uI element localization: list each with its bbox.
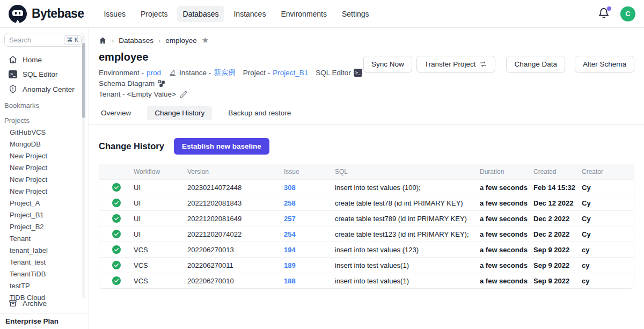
col-status — [99, 168, 134, 176]
sidebar-project-item[interactable]: New Project — [0, 150, 89, 162]
row-creator: cy — [582, 274, 634, 288]
sidebar-scrollbar[interactable] — [82, 35, 85, 298]
nav-item-databases[interactable]: Databases — [177, 6, 225, 22]
table-row[interactable]: VCS 202206270010 188 insert into test va… — [99, 273, 634, 288]
row-created: Sep 9 2022 — [533, 258, 582, 273]
home-breadcrumb-icon[interactable] — [99, 36, 107, 45]
environment-link[interactable]: prod — [147, 69, 161, 77]
sidebar: Search ⌘ K Home >_ SQL Editor Anomaly Ce… — [0, 28, 89, 329]
success-check-icon — [112, 230, 121, 238]
nav-item-issues[interactable]: Issues — [98, 6, 131, 22]
row-creator: cy — [582, 258, 634, 273]
table-row[interactable]: UI 20230214072448 308 insert into test v… — [99, 179, 634, 195]
transfer-project-button[interactable]: Transfer Project — [416, 56, 496, 72]
row-created: Sep 9 2022 — [533, 243, 582, 257]
nav-item-instances[interactable]: Instances — [228, 6, 272, 22]
alter-schema-button[interactable]: Alter Schema — [575, 56, 634, 72]
project-pair: Project - Project_B1 — [243, 69, 308, 77]
schema-diagram-icon — [157, 79, 165, 87]
change-data-button[interactable]: Change Data — [506, 56, 565, 72]
issue-link[interactable]: 189 — [284, 261, 296, 269]
nav-item-projects[interactable]: Projects — [135, 6, 174, 22]
sidebar-project-item[interactable]: Project_A — [0, 198, 89, 209]
sidebar-project-item[interactable]: TenantTiDB — [0, 268, 89, 280]
breadcrumb-employee[interactable]: employee — [165, 36, 197, 45]
brand-name: Bytebase — [32, 6, 84, 21]
section-title: Change History — [99, 141, 164, 151]
change-history-header: Change History Establish new baseline — [99, 138, 634, 155]
project-link[interactable]: Project_B1 — [273, 69, 308, 77]
success-check-icon — [112, 276, 121, 285]
row-workflow: UI — [134, 180, 187, 195]
sidebar-project-item[interactable]: Tenant — [0, 233, 89, 245]
row-creator: Cy — [582, 211, 634, 226]
row-created: Dec 2 2022 — [533, 227, 582, 242]
table-row[interactable]: UI 20221202074022 254 create table test1… — [99, 226, 634, 242]
tab-change-history[interactable]: Change History — [147, 106, 212, 120]
sidebar-item-archive[interactable]: Archive — [0, 296, 89, 311]
tab-backup-and-restore[interactable]: Backup and restore — [228, 106, 291, 120]
bookmarks-section-label: Bookmarks — [0, 97, 89, 112]
table-row[interactable]: VCS 202206270011 189 insert into test va… — [99, 257, 634, 273]
user-avatar[interactable]: C — [620, 6, 635, 21]
table-row[interactable]: UI 20221202081649 257 create table test7… — [99, 210, 634, 226]
col-issue: Issue — [284, 164, 335, 179]
instance-link[interactable]: 新实例 — [214, 68, 236, 77]
bookmark-star-icon[interactable]: ★ — [202, 35, 209, 45]
sidebar-project-item[interactable]: testTP — [0, 280, 89, 292]
instance-engine-icon — [169, 69, 177, 77]
col-creator: Creator — [582, 164, 634, 179]
sidebar-project-item[interactable]: MongoDB — [0, 138, 89, 150]
sidebar-item-anomaly-center[interactable]: Anomaly Center — [0, 82, 89, 97]
main-nav: Issues Projects Databases Instances Envi… — [98, 6, 375, 22]
plan-badge[interactable]: Enterprise Plan — [0, 313, 89, 329]
sidebar-project-item[interactable]: New Project — [0, 186, 89, 198]
bytebase-logo[interactable]: Bytebase — [9, 5, 84, 23]
issue-link[interactable]: 188 — [284, 277, 296, 285]
bytebase-logo-icon — [9, 5, 27, 23]
sidebar-project-item[interactable]: GitHubVCS — [0, 127, 89, 138]
tab-overview[interactable]: Overview — [101, 106, 131, 120]
row-creator: Cy — [582, 196, 634, 210]
schema-diagram-link[interactable]: Schema Diagram — [99, 79, 165, 87]
sidebar-project-item[interactable]: Tenant_test — [0, 257, 89, 268]
environment-label: Environment - — [99, 69, 144, 77]
notifications-bell-icon[interactable] — [598, 8, 611, 20]
sql-editor-link[interactable]: SQL Editor >_ — [316, 69, 362, 77]
table-header-row: Workflow Version Issue SQL Duration Crea… — [99, 164, 634, 179]
issue-link[interactable]: 308 — [284, 184, 296, 192]
establish-baseline-button[interactable]: Establish new baseline — [174, 138, 269, 155]
row-created: Dec 12 2022 — [533, 196, 582, 210]
nav-item-environments[interactable]: Environments — [275, 6, 333, 22]
sidebar-project-item[interactable]: New Project — [0, 174, 89, 186]
row-sql: insert into test values (100); — [335, 180, 480, 195]
sync-now-button[interactable]: Sync Now — [363, 56, 412, 72]
project-label: Project - — [243, 69, 270, 77]
nav-item-settings[interactable]: Settings — [336, 6, 375, 22]
row-sql: insert into test values (123) — [335, 243, 480, 257]
bytebase-app: Bytebase Issues Projects Databases Insta… — [0, 0, 644, 329]
search-input[interactable]: Search ⌘ K — [4, 33, 84, 47]
row-version: 20221202074022 — [187, 227, 284, 242]
sidebar-project-item[interactable]: Project_B2 — [0, 221, 89, 233]
success-check-icon — [112, 261, 121, 269]
col-created: Created — [533, 164, 582, 179]
sidebar-project-item[interactable]: tenant_label — [0, 245, 89, 257]
issue-link[interactable]: 254 — [284, 230, 296, 238]
sidebar-project-item[interactable]: Project_B1 — [0, 209, 89, 221]
sidebar-project-item[interactable]: New Project — [0, 162, 89, 174]
sidebar-item-home[interactable]: Home — [0, 52, 89, 67]
table-row[interactable]: UI 20221202081843 258 create table test7… — [99, 195, 634, 210]
archive-row: Archive — [0, 296, 89, 311]
table-row[interactable]: VCS 202206270013 194 insert into test va… — [99, 242, 634, 257]
col-version: Version — [187, 164, 284, 179]
issue-link[interactable]: 194 — [284, 246, 296, 254]
breadcrumb-databases[interactable]: Databases — [119, 36, 153, 45]
issue-link[interactable]: 258 — [284, 199, 296, 207]
sidebar-item-sql-editor[interactable]: >_ SQL Editor — [0, 67, 89, 82]
edit-pencil-icon[interactable] — [180, 91, 187, 98]
breadcrumb-separator: › — [112, 36, 114, 45]
row-duration: a few seconds — [480, 258, 533, 273]
sidebar-scrollbar-thumb[interactable] — [82, 43, 85, 118]
issue-link[interactable]: 257 — [284, 215, 296, 223]
